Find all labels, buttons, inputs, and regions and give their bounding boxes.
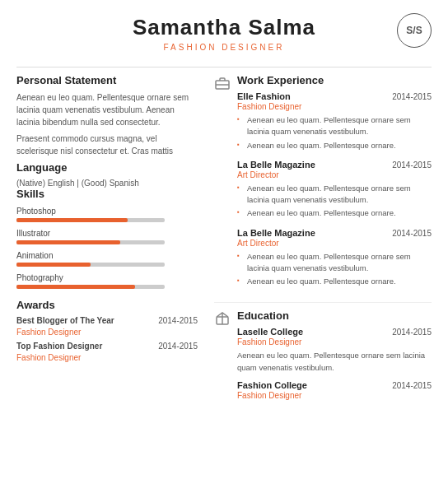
edu-role-1: Fashion Designer xyxy=(237,391,432,400)
header-title: FASHION DESIGNER xyxy=(16,43,432,52)
main-content: Personal Statement Aenean eu leo quam. P… xyxy=(0,74,448,407)
header: Samantha Salma S/S FASHION DESIGNER xyxy=(0,0,448,60)
personal-statement-p1: Aenean eu leo quam. Pellentesque ornare … xyxy=(16,91,198,128)
work-bullets-0: Aenean eu leo quam. Pellentesque ornare … xyxy=(237,114,432,151)
work-bullets-2: Aenean eu leo quam. Pellentesque ornare … xyxy=(237,251,432,288)
edu-years-1: 2014-2015 xyxy=(392,381,432,390)
language-text: (Native) English | (Good) Spanish xyxy=(16,179,198,188)
header-name: Samantha Salma xyxy=(133,15,315,40)
skill-name-0: Photoshop xyxy=(16,207,198,216)
bullet-1-0: Aenean eu leo quam. Pellentesque ornare … xyxy=(237,183,432,207)
skill-bar-bg-0 xyxy=(16,218,165,222)
skill-bar-bg-3 xyxy=(16,285,165,289)
bullet-1-1: Aenean eu leo quam. Pellentesque ornare. xyxy=(237,207,432,219)
skill-bar-fill-1 xyxy=(16,240,120,244)
work-entry-header-0: Elle Fashion 2014-2015 xyxy=(237,91,432,101)
briefcase-icon xyxy=(214,75,231,91)
header-divider xyxy=(16,67,432,67)
skill-photoshop: Photoshop xyxy=(16,207,198,222)
skill-name-1: Illustrator xyxy=(16,229,198,238)
graduation-icon xyxy=(214,310,231,327)
award-subtitle-0: Fashion Designer xyxy=(16,328,198,337)
skill-bar-fill-2 xyxy=(16,263,91,267)
edu-entry-header-0: Laselle College 2014-2015 xyxy=(237,327,432,337)
work-experience-title: Work Experience xyxy=(237,74,432,86)
award-year-0: 2014-2015 xyxy=(158,316,198,325)
language-section: Language (Native) English | (Good) Spani… xyxy=(16,161,198,188)
work-company-1: La Belle Magazine xyxy=(237,160,315,170)
skill-photography: Photography xyxy=(16,273,198,289)
awards-title: Awards xyxy=(16,299,198,311)
edu-years-0: 2014-2015 xyxy=(392,328,432,337)
skill-name-3: Photography xyxy=(16,273,198,282)
right-divider xyxy=(214,302,432,303)
award-item-1: Top Fashion Designer 2014-2015 Fashion D… xyxy=(16,342,198,362)
work-entry-header-1: La Belle Magazine 2014-2015 xyxy=(237,160,432,170)
bullet-0-0: Aenean eu leo quam. Pellentesque ornare … xyxy=(237,114,432,138)
skill-bar-bg-2 xyxy=(16,263,165,267)
work-role-1: Art Director xyxy=(237,170,432,179)
edu-desc-0: Aenean eu leo quam. Pellentesque ornare … xyxy=(237,350,432,374)
award-row-1: Top Fashion Designer 2014-2015 xyxy=(16,342,198,351)
skills-title: Skills xyxy=(16,188,198,200)
education-content: Education Laselle College 2014-2015 Fash… xyxy=(237,309,432,407)
work-years-0: 2014-2015 xyxy=(392,92,432,101)
language-title: Language xyxy=(16,161,198,174)
skill-name-2: Animation xyxy=(16,251,198,260)
work-role-2: Art Director xyxy=(237,239,432,248)
work-entry-2: La Belle Magazine 2014-2015 Art Director… xyxy=(237,228,432,288)
work-experience-header: Work Experience Elle Fashion 2014-2015 F… xyxy=(214,74,432,295)
work-bullets-1: Aenean eu leo quam. Pellentesque ornare … xyxy=(237,183,432,220)
work-entry-0: Elle Fashion 2014-2015 Fashion Designer … xyxy=(237,91,432,151)
work-entry-header-2: La Belle Magazine 2014-2015 xyxy=(237,228,432,238)
skill-bar-fill-0 xyxy=(16,218,128,222)
award-item-0: Best Blogger of The Year 2014-2015 Fashi… xyxy=(16,316,198,337)
skill-bar-fill-3 xyxy=(16,285,135,289)
skill-animation: Animation xyxy=(16,251,198,267)
award-row-0: Best Blogger of The Year 2014-2015 xyxy=(16,316,198,325)
award-year-1: 2014-2015 xyxy=(158,342,198,351)
work-years-2: 2014-2015 xyxy=(392,229,432,238)
work-entry-1: La Belle Magazine 2014-2015 Art Director… xyxy=(237,160,432,220)
education-header: Education Laselle College 2014-2015 Fash… xyxy=(214,309,432,407)
award-subtitle-1: Fashion Designer xyxy=(16,353,198,362)
edu-role-0: Fashion Designer xyxy=(237,337,432,346)
work-experience-content: Work Experience Elle Fashion 2014-2015 F… xyxy=(237,74,432,295)
award-name-0: Best Blogger of The Year xyxy=(16,316,114,325)
edu-entry-1: Fashion College 2014-2015 Fashion Design… xyxy=(237,380,432,400)
bullet-2-0: Aenean eu leo quam. Pellentesque ornare … xyxy=(237,251,432,275)
work-company-2: La Belle Magazine xyxy=(237,228,315,238)
personal-statement-p2: Praesent commodo cursus magna, vel scele… xyxy=(16,133,198,157)
work-role-0: Fashion Designer xyxy=(237,102,432,111)
work-years-1: 2014-2015 xyxy=(392,160,432,170)
work-company-0: Elle Fashion xyxy=(237,91,291,101)
edu-school-1: Fashion College xyxy=(237,380,307,390)
skill-illustrator: Illustrator xyxy=(16,229,198,244)
personal-statement-section: Personal Statement Aenean eu leo quam. P… xyxy=(16,74,198,157)
personal-statement-title: Personal Statement xyxy=(16,74,198,86)
edu-school-0: Laselle College xyxy=(237,327,303,337)
education-title: Education xyxy=(237,309,432,322)
edu-entry-header-1: Fashion College 2014-2015 xyxy=(237,380,432,390)
header-avatar: S/S xyxy=(397,13,432,48)
award-name-1: Top Fashion Designer xyxy=(16,342,102,351)
bullet-0-1: Aenean eu leo quam. Pellentesque ornare. xyxy=(237,140,432,151)
edu-entry-0: Laselle College 2014-2015 Fashion Design… xyxy=(237,327,432,374)
awards-section: Awards Best Blogger of The Year 2014-201… xyxy=(16,299,198,362)
skills-section: Skills Photoshop Illustrator Animation xyxy=(16,188,198,289)
right-column: Work Experience Elle Fashion 2014-2015 F… xyxy=(214,74,432,407)
left-column: Personal Statement Aenean eu leo quam. P… xyxy=(16,74,198,407)
bullet-2-1: Aenean eu leo quam. Pellentesque ornare. xyxy=(237,276,432,287)
skill-bar-bg-1 xyxy=(16,240,165,244)
